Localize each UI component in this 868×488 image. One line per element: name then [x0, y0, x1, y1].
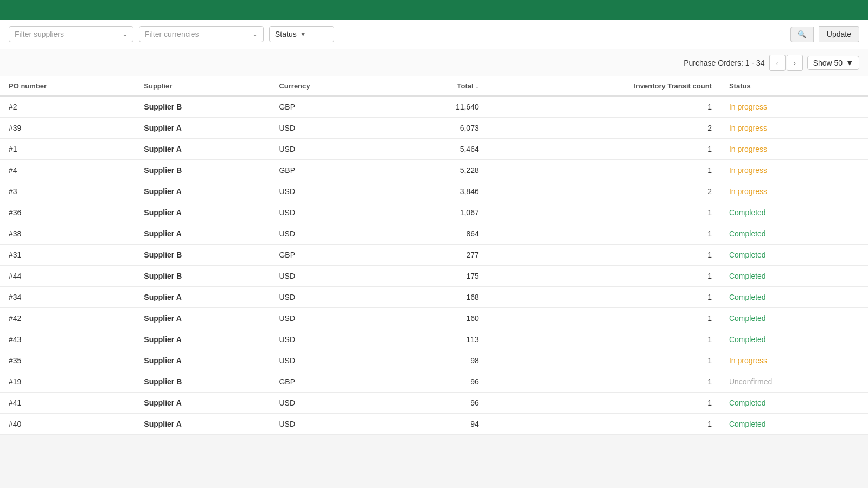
cell-po-number: #41 [0, 393, 135, 414]
cell-po-number: #40 [0, 414, 135, 435]
currencies-filter[interactable]: Filter currencies ⌄ [139, 26, 264, 42]
cell-currency: USD [270, 287, 388, 308]
update-button[interactable]: Update [819, 26, 859, 42]
table-row[interactable]: #39 Supplier A USD 6,073 2 In progress [0, 118, 868, 139]
cell-transit: 1 [488, 160, 720, 181]
status-chevron-icon: ▼ [300, 30, 307, 38]
cell-transit: 1 [488, 287, 720, 308]
cell-transit: 1 [488, 329, 720, 350]
status-filter[interactable]: Status ▼ [269, 26, 334, 42]
cell-status: Completed [720, 202, 868, 223]
cell-currency: GBP [270, 245, 388, 266]
cell-currency: GBP [270, 371, 388, 393]
prev-page-button[interactable]: ‹ [769, 55, 786, 71]
search-button[interactable]: 🔍 [790, 27, 814, 42]
cell-po-number: #42 [0, 308, 135, 329]
table-row[interactable]: #2 Supplier B GBP 11,640 1 In progress [0, 96, 868, 118]
cell-supplier: Supplier B [135, 160, 270, 181]
cell-transit: 1 [488, 266, 720, 287]
cell-supplier: Supplier A [135, 350, 270, 371]
cell-status: Unconfirmed [720, 371, 868, 393]
table-container: PO number Supplier Currency Total ↓ Inve… [0, 76, 868, 435]
cell-status: Completed [720, 223, 868, 245]
cell-currency: USD [270, 308, 388, 329]
cell-total: 864 [388, 223, 488, 245]
cell-currency: USD [270, 202, 388, 223]
cell-total: 277 [388, 245, 488, 266]
table-row[interactable]: #4 Supplier B GBP 5,228 1 In progress [0, 160, 868, 181]
cell-po-number: #43 [0, 329, 135, 350]
cell-supplier: Supplier A [135, 287, 270, 308]
table-row[interactable]: #42 Supplier A USD 160 1 Completed [0, 308, 868, 329]
suppliers-chevron-icon: ⌄ [122, 30, 127, 38]
pagination-bar: Purchase Orders: 1 - 34 ‹ › Show 50 ▼ [0, 49, 868, 76]
cell-po-number: #4 [0, 160, 135, 181]
cell-po-number: #3 [0, 181, 135, 202]
cell-currency: USD [270, 393, 388, 414]
table-row[interactable]: #44 Supplier B USD 175 1 Completed [0, 266, 868, 287]
cell-currency: GBP [270, 160, 388, 181]
cell-status: Completed [720, 245, 868, 266]
cell-currency: USD [270, 266, 388, 287]
status-filter-label: Status [275, 30, 297, 38]
currencies-filter-label: Filter currencies [145, 30, 249, 38]
cell-status: Completed [720, 266, 868, 287]
cell-total: 98 [388, 350, 488, 371]
table-row[interactable]: #36 Supplier A USD 1,067 1 Completed [0, 202, 868, 223]
pagination-label: Purchase Orders: 1 - 34 [684, 59, 764, 67]
table-row[interactable]: #40 Supplier A USD 94 1 Completed [0, 414, 868, 435]
cell-total: 113 [388, 329, 488, 350]
cell-transit: 2 [488, 181, 720, 202]
cell-supplier: Supplier B [135, 266, 270, 287]
table-row[interactable]: #38 Supplier A USD 864 1 Completed [0, 223, 868, 245]
next-page-button[interactable]: › [787, 55, 803, 71]
search-icon: 🔍 [797, 30, 807, 38]
cell-transit: 1 [488, 350, 720, 371]
cell-supplier: Supplier A [135, 139, 270, 160]
cell-po-number: #44 [0, 266, 135, 287]
cell-status: In progress [720, 350, 868, 371]
table-row[interactable]: #35 Supplier A USD 98 1 In progress [0, 350, 868, 371]
cell-total: 175 [388, 266, 488, 287]
cell-total: 5,228 [388, 160, 488, 181]
cell-supplier: Supplier B [135, 96, 270, 118]
cell-status: In progress [720, 139, 868, 160]
show-count-dropdown[interactable]: Show 50 ▼ [807, 56, 859, 70]
cell-total: 94 [388, 414, 488, 435]
cell-currency: USD [270, 414, 388, 435]
cell-supplier: Supplier B [135, 371, 270, 393]
col-transit: Inventory Transit count [488, 76, 720, 96]
cell-supplier: Supplier A [135, 414, 270, 435]
cell-status: In progress [720, 96, 868, 118]
cell-po-number: #36 [0, 202, 135, 223]
cell-supplier: Supplier A [135, 202, 270, 223]
cell-status: Completed [720, 414, 868, 435]
col-supplier: Supplier [135, 76, 270, 96]
purchase-orders-table: PO number Supplier Currency Total ↓ Inve… [0, 76, 868, 435]
show-chevron-icon: ▼ [846, 59, 853, 67]
table-row[interactable]: #3 Supplier A USD 3,846 2 In progress [0, 181, 868, 202]
cell-currency: USD [270, 350, 388, 371]
cell-status: Completed [720, 329, 868, 350]
cell-supplier: Supplier A [135, 118, 270, 139]
suppliers-filter[interactable]: Filter suppliers ⌄ [9, 26, 133, 42]
table-row[interactable]: #41 Supplier A USD 96 1 Completed [0, 393, 868, 414]
cell-transit: 1 [488, 393, 720, 414]
col-currency: Currency [270, 76, 388, 96]
cell-total: 96 [388, 393, 488, 414]
table-row[interactable]: #19 Supplier B GBP 96 1 Unconfirmed [0, 371, 868, 393]
table-row[interactable]: #34 Supplier A USD 168 1 Completed [0, 287, 868, 308]
cell-total: 6,073 [388, 118, 488, 139]
cell-total: 3,846 [388, 181, 488, 202]
cell-total: 168 [388, 287, 488, 308]
pagination-nav: ‹ › [769, 55, 803, 71]
cell-currency: USD [270, 181, 388, 202]
table-row[interactable]: #43 Supplier A USD 113 1 Completed [0, 329, 868, 350]
table-row[interactable]: #31 Supplier B GBP 277 1 Completed [0, 245, 868, 266]
cell-po-number: #1 [0, 139, 135, 160]
top-bar [0, 0, 868, 20]
table-row[interactable]: #1 Supplier A USD 5,464 1 In progress [0, 139, 868, 160]
cell-supplier: Supplier A [135, 393, 270, 414]
col-status: Status [720, 76, 868, 96]
col-total[interactable]: Total ↓ [388, 76, 488, 96]
